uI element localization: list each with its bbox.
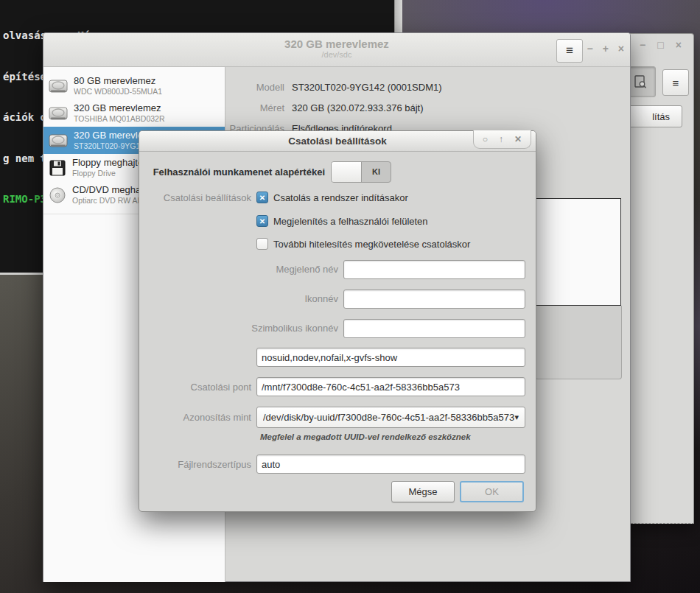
document-search-icon: [633, 74, 648, 89]
hamburger-icon: ≡: [566, 43, 573, 58]
mount-point-input[interactable]: [256, 377, 525, 396]
harddisk-icon: [48, 77, 69, 95]
checkbox-require-auth[interactable]: ✕ További hitelesítés megkövetelése csat…: [256, 237, 470, 250]
icon-name-label: Ikonnév: [139, 293, 338, 304]
partial-button[interactable]: lítás: [623, 105, 682, 127]
toggle-knob: [332, 162, 362, 182]
volume-segment[interactable]: [535, 198, 621, 306]
background-window-toolbar: ≡: [625, 66, 690, 97]
checkbox-mount-at-startup[interactable]: ✕ Csatolás a rendszer indításakor: [256, 191, 408, 204]
sidebar-item-disk-320gb-toshiba[interactable]: 320 GB merevlemez TOSHIBA MQ01ABD032R: [43, 99, 225, 127]
dialog-window-controls: ○ ↑ ✕: [473, 130, 531, 149]
checkbox-icon: ✕: [256, 238, 268, 250]
harddisk-icon: [48, 132, 69, 150]
session-defaults-toggle[interactable]: KI: [331, 161, 391, 183]
sidebar-item-disk-80gb[interactable]: 80 GB merevlemez WDC WD800JD-55MUA1: [43, 72, 225, 99]
display-name-label: Megjelenő név: [139, 264, 338, 275]
device-subtitle: TOSHIBA MQ01ABD032R: [74, 114, 165, 123]
minimize-icon[interactable]: ○: [483, 135, 488, 144]
detail-value: ST320LT020-9YG142 (0001SDM1): [292, 82, 442, 93]
window-subtitle: /dev/sdc: [43, 50, 630, 59]
device-title: 320 GB merevlemez: [74, 103, 165, 114]
dialog-titlebar[interactable]: Csatolási beállítások ○ ↑ ✕: [139, 131, 536, 152]
mount-point-label: Csatolási pont: [139, 382, 251, 393]
device-title: 80 GB merevlemez: [74, 76, 162, 87]
device-subtitle: WDC WD800JD-55MUA1: [74, 87, 162, 96]
menu-button[interactable]: ≡: [662, 69, 689, 96]
close-icon[interactable]: ✕: [514, 135, 522, 144]
app-menu-button[interactable]: ≡: [556, 39, 583, 63]
minimize-icon[interactable]: −: [640, 40, 645, 50]
session-defaults-label: Felhasználói munkamenet alapértékei: [139, 166, 325, 178]
identify-as-label: Azonosítás mint: [139, 412, 251, 423]
icon-name-input[interactable]: [343, 290, 525, 309]
maximize-icon[interactable]: □: [657, 40, 663, 50]
partial-button-label: lítás: [652, 111, 670, 122]
checkbox-label: További hitelesítés megkövetelése csatol…: [273, 239, 470, 250]
hamburger-icon: ≡: [673, 77, 679, 89]
identify-as-dropdown[interactable]: /dev/disk/by-uuid/f7300d8e-760c-4c51-aa2…: [256, 407, 525, 428]
checkbox-label: Megjelenítés a felhasználói felületen: [273, 216, 428, 227]
symbolic-icon-name-input[interactable]: [343, 319, 525, 338]
harddisk-icon: [48, 105, 69, 122]
identify-as-note: Megfelel a megadott UUID-vel rendelkező …: [260, 432, 471, 441]
cancel-button[interactable]: Mégse: [391, 481, 455, 502]
window-title: 320 GB merevlemez: [43, 33, 630, 50]
floppy-icon: [48, 159, 67, 177]
checkbox-label: Csatolás a rendszer indításakor: [273, 192, 408, 203]
mount-options-group-label: Csatolási beállítások: [139, 192, 251, 203]
disks-titlebar[interactable]: 320 GB merevlemez /dev/sdc ≡ − + ×: [43, 33, 630, 67]
close-icon[interactable]: ×: [676, 40, 682, 50]
background-window-controls: − □ ×: [628, 40, 693, 50]
symbolic-icon-name-label: Szimbolikus ikonnév: [139, 323, 338, 334]
checkbox-icon: ✕: [256, 215, 268, 227]
maximize-icon[interactable]: ↑: [499, 135, 503, 144]
ok-button[interactable]: OK: [460, 481, 524, 502]
dropdown-selected-value: /dev/disk/by-uuid/f7300d8e-760c-4c51-aa2…: [263, 412, 514, 423]
maximize-icon[interactable]: +: [603, 43, 609, 54]
checkbox-icon: ✕: [256, 192, 268, 203]
volumes-frame: [535, 306, 622, 379]
device-title: Floppy meghajtó: [72, 158, 143, 169]
device-subtitle: Floppy Drive: [72, 169, 143, 178]
detail-row-model: Modell ST320LT020-9YG142 (0001SDM1): [225, 77, 630, 97]
background-window: − □ × ≡ lítás: [627, 33, 694, 524]
mount-options-input[interactable]: [256, 348, 525, 367]
toggle-state-label: KI: [362, 162, 391, 182]
filesystem-type-label: Fájlrendszertípus: [139, 459, 251, 470]
filesystem-type-input[interactable]: [256, 455, 525, 474]
checkbox-show-in-ui[interactable]: ✕ Megjelenítés a felhasználói felületen: [256, 214, 428, 228]
detail-label: Méret: [225, 102, 292, 113]
chevron-down-icon: ▾: [514, 413, 519, 422]
mount-options-dialog: Csatolási beállítások ○ ↑ ✕ Felhasználói…: [139, 130, 536, 512]
cd-icon: [48, 186, 67, 204]
detail-value: 320 GB (320.072.933.376 bájt): [292, 102, 424, 113]
detail-label: Modell: [225, 82, 292, 93]
close-icon[interactable]: ×: [618, 43, 624, 54]
desktop: olvasása... Kész építése ációk olvasása.…: [0, 0, 700, 593]
detail-row-size: Méret 320 GB (320.072.933.376 bájt): [225, 97, 630, 118]
minimize-icon[interactable]: −: [587, 43, 592, 54]
display-name-input[interactable]: [343, 260, 525, 279]
window-controls: − + ×: [587, 43, 624, 54]
